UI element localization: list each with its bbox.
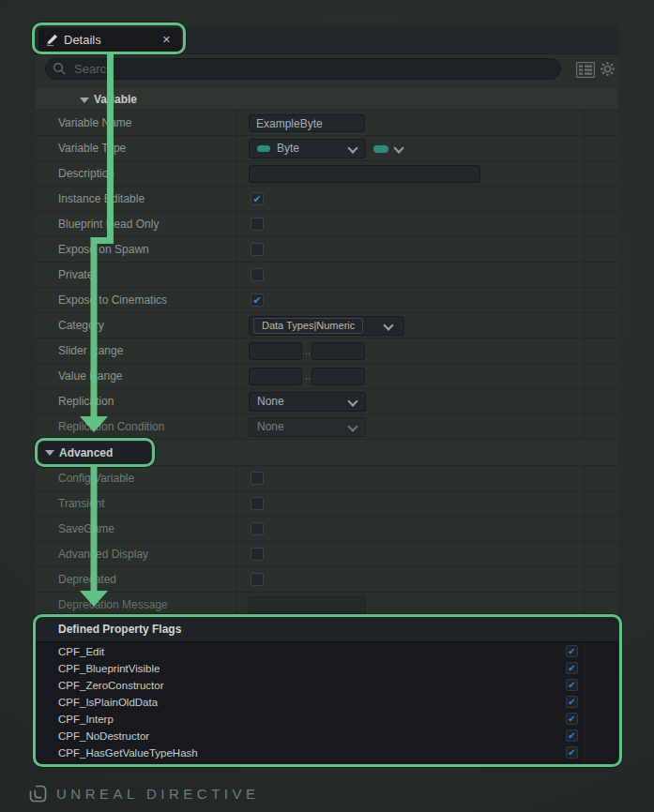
row-expose-to-cinematics: Expose to Cinematics ✔: [36, 288, 618, 313]
property-label: Value Range: [58, 364, 123, 388]
chevron-down-icon: [347, 421, 357, 431]
expose-to-cinematics-checkbox[interactable]: ✔: [251, 293, 264, 307]
variable-name-field[interactable]: [249, 114, 365, 132]
property-label: Variable Name: [58, 111, 131, 135]
flag-row: CPF_Interp ✔: [36, 711, 618, 728]
flag-row: CPF_ZeroConstructor ✔: [36, 677, 618, 694]
property-label: Slider Range: [58, 338, 123, 363]
property-label: Private: [58, 263, 93, 287]
check-icon: ✔: [567, 646, 577, 656]
flag-checkbox[interactable]: ✔: [566, 696, 578, 708]
flag-name: CPF_NoDestructor: [58, 728, 149, 744]
row-private: Private: [36, 263, 618, 288]
chevron-down-icon: [383, 320, 393, 330]
collapse-arrow-icon: [80, 98, 89, 103]
flag-name: CPF_Edit: [58, 643, 104, 660]
check-icon: ✔: [567, 663, 577, 673]
check-icon: ✔: [567, 747, 577, 758]
deprecated-checkbox[interactable]: [251, 573, 264, 586]
section-header-variable[interactable]: Variable: [36, 88, 618, 111]
row-variable-name: Variable Name: [36, 111, 618, 136]
check-icon: ✔: [251, 193, 263, 204]
range-separator: ..: [305, 364, 311, 389]
settings-gear-icon[interactable]: [599, 60, 616, 78]
value-range-min-field[interactable]: [249, 368, 302, 385]
slider-range-max-field[interactable]: [312, 342, 365, 360]
section-title: Variable: [94, 88, 137, 111]
instance-editable-checkbox[interactable]: ✔: [251, 192, 264, 205]
flag-row: CPF_IsPlainOldData ✔: [36, 694, 618, 711]
row-value-range: Value Range ..: [36, 364, 618, 389]
chevron-down-icon: [347, 143, 357, 153]
config-variable-checkbox[interactable]: [251, 472, 264, 485]
unreal-directive-logo-icon: [27, 783, 49, 804]
replication-condition-value: None: [257, 418, 284, 436]
flag-row: CPF_BlueprintVisible ✔: [36, 660, 618, 677]
property-label: Blueprint Read Only: [58, 212, 159, 236]
variable-type-dropdown[interactable]: Byte: [249, 139, 366, 158]
flag-checkbox[interactable]: ✔: [566, 746, 578, 759]
row-deprecation-message: Deprecation Message: [36, 593, 618, 618]
byte-type-pill-icon: [257, 145, 270, 152]
deprecation-message-field[interactable]: [249, 596, 366, 614]
row-advanced-display: Advanced Display: [36, 542, 618, 567]
transient-checkbox[interactable]: [251, 497, 264, 510]
check-icon: ✔: [251, 294, 263, 306]
savegame-checkbox[interactable]: [251, 522, 264, 535]
slider-range-min-field[interactable]: [249, 342, 302, 360]
row-savegame: SaveGame: [36, 517, 618, 542]
edit-pencil-icon: [45, 33, 59, 47]
flag-checkbox[interactable]: ✔: [566, 679, 578, 691]
row-replication: Replication None: [36, 389, 618, 414]
property-label: Description: [58, 161, 114, 186]
flag-name: CPF_ZeroConstructor: [58, 677, 163, 694]
property-label: Variable Type: [58, 136, 126, 160]
description-field[interactable]: [249, 165, 480, 183]
chevron-down-icon[interactable]: [393, 143, 403, 153]
private-checkbox[interactable]: [251, 268, 264, 281]
flag-checkbox[interactable]: ✔: [566, 645, 578, 657]
row-variable-type: Variable Type Byte: [36, 136, 618, 161]
replication-condition-dropdown[interactable]: None: [249, 417, 366, 437]
flag-row: CPF_NoDestructor ✔: [36, 728, 618, 744]
flags-section-header: Defined Property Flags: [36, 618, 618, 642]
flag-checkbox[interactable]: ✔: [566, 662, 578, 674]
property-label: Replication: [58, 389, 114, 414]
property-label: Deprecation Message: [58, 593, 168, 617]
flag-name: CPF_IsPlainOldData: [58, 694, 158, 711]
flag-row: CPF_HasGetValueTypeHash ✔: [36, 744, 618, 761]
section-title: Advanced: [59, 442, 113, 464]
flag-row: CPF_Edit ✔: [36, 643, 618, 660]
row-transient: Transient: [36, 491, 618, 517]
check-icon: ✔: [567, 697, 577, 707]
property-label: Replication Condition: [58, 414, 164, 439]
row-description: Description: [36, 161, 618, 187]
tab-details[interactable]: Details ✕: [38, 28, 181, 52]
property-label: Category: [58, 313, 104, 338]
check-icon: ✔: [567, 680, 577, 690]
advanced-header-plate[interactable]: Advanced: [38, 442, 151, 464]
container-type-pill-icon[interactable]: [373, 145, 388, 153]
category-combobox[interactable]: Data Types|Numeric: [249, 316, 404, 336]
row-slider-range: Slider Range ..: [36, 338, 618, 364]
property-label: Expose on Spawn: [58, 237, 149, 262]
replication-dropdown[interactable]: None: [249, 392, 366, 412]
blueprint-read-only-checkbox[interactable]: [251, 218, 264, 231]
property-label: Transient: [58, 491, 105, 516]
value-range-max-field[interactable]: [312, 368, 365, 385]
expose-on-spawn-checkbox[interactable]: [251, 243, 264, 256]
flag-checkbox[interactable]: ✔: [566, 729, 578, 742]
chevron-down-icon: [347, 396, 357, 406]
row-blueprint-read-only: Blueprint Read Only: [36, 212, 618, 237]
search-input[interactable]: [45, 58, 561, 80]
flag-name: CPF_Interp: [58, 711, 114, 728]
row-category: Category Data Types|Numeric: [36, 313, 618, 338]
row-config-variable: Config Variable: [36, 466, 618, 491]
flag-checkbox[interactable]: ✔: [566, 713, 578, 725]
close-icon[interactable]: ✕: [162, 33, 171, 46]
flags-section-title: Defined Property Flags: [58, 618, 181, 641]
advanced-display-checkbox[interactable]: [251, 548, 264, 561]
row-deprecated: Deprecated: [36, 567, 618, 593]
display-filter-icon[interactable]: [576, 62, 595, 78]
property-label: Expose to Cinematics: [58, 288, 167, 312]
